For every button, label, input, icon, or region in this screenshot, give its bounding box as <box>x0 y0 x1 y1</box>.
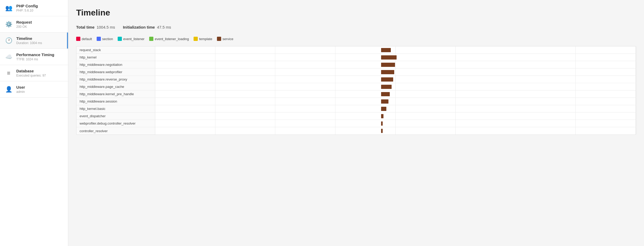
timeline-icon: 🕐 <box>5 37 13 44</box>
timeline-bar-area <box>155 120 636 127</box>
sidebar-subtitle-performance: TTFB: 1024 ms <box>16 57 54 61</box>
sidebar: 👥 PHP Config PHP: 5.6.10 ⚙️ Request 200 … <box>0 0 68 246</box>
timeline-bar <box>381 48 391 52</box>
timeline-bar-area <box>155 98 636 105</box>
legend-swatch-section <box>97 37 101 41</box>
legend-label-event_listener_loading: event_listener_loading <box>155 37 189 41</box>
legend-item-template: template <box>194 37 212 41</box>
table-row: controller_resolver <box>76 127 636 135</box>
timeline-bar <box>381 63 395 67</box>
request-icon: ⚙️ <box>5 21 13 28</box>
timeline-row-label: http_middleware.webprofiler <box>76 68 155 76</box>
sidebar-title-php-config: PHP Config <box>16 4 38 8</box>
timeline-bar <box>381 85 392 89</box>
legend-item-default: default <box>76 37 92 41</box>
timeline-row-label: event_dispatcher <box>76 113 155 120</box>
sidebar-item-user[interactable]: 👤 User admin <box>0 81 68 98</box>
timeline-bar <box>381 99 388 104</box>
legend-label-event_listener: event_listener <box>123 37 144 41</box>
sidebar-subtitle-user: admin <box>16 90 25 94</box>
timeline-bar <box>381 92 390 96</box>
sidebar-subtitle-php-config: PHP: 5.6.10 <box>16 9 38 12</box>
user-icon: 👤 <box>5 86 13 93</box>
legend-label-template: template <box>199 37 212 41</box>
sidebar-subtitle-database: Executed queries: 97 <box>16 74 46 77</box>
legend-swatch-default <box>76 37 80 41</box>
timeline-row-label: request_stack <box>76 46 155 54</box>
timeline-row-label: http_middleware.negotiation <box>76 61 155 68</box>
legend: default section event_listener event_lis… <box>76 37 636 41</box>
legend-item-event_listener: event_listener <box>118 37 144 41</box>
timeline-bar-area <box>155 46 636 54</box>
table-row: http_kernel.basic <box>76 105 636 113</box>
table-row: http_middleware.page_cache <box>76 83 636 90</box>
timeline-bar-area <box>155 68 636 76</box>
legend-swatch-service <box>217 37 221 41</box>
timeline-bar-area <box>155 54 636 61</box>
table-row: event_dispatcher <box>76 113 636 120</box>
sidebar-title-timeline: Timeline <box>16 36 42 41</box>
sidebar-title-database: Database <box>16 69 46 73</box>
table-row: http_middleware.kernel_pre_handle <box>76 90 636 98</box>
timeline-bar-area <box>155 83 636 90</box>
page-title: Timeline <box>76 8 636 18</box>
table-row: http_kernel <box>76 54 636 61</box>
timeline-bar-area <box>155 105 636 112</box>
timeline-row-label: webprofiler.debug.controller_resolver <box>76 120 155 127</box>
timeline-bar <box>381 77 393 82</box>
timeline-row-label: controller_resolver <box>76 127 155 135</box>
sidebar-item-database[interactable]: ≡ Database Executed queries: 97 <box>0 65 68 81</box>
sidebar-item-timeline[interactable]: 🕐 Timeline Duration: 1004 ms <box>0 33 68 49</box>
legend-label-default: default <box>82 37 92 41</box>
timeline-bar <box>381 70 394 74</box>
timeline-container: request_stackhttp_kernelhttp_middleware.… <box>76 46 636 135</box>
sidebar-title-performance: Performance Timing <box>16 52 54 57</box>
stats-row: Total time 1004.5 ms Initialization time… <box>76 25 636 29</box>
legend-item-service: service <box>217 37 233 41</box>
timeline-row-label: http_middleware.kernel_pre_handle <box>76 90 155 98</box>
timeline-row-label: http_kernel <box>76 54 155 61</box>
table-row: http_middleware.session <box>76 98 636 105</box>
sidebar-item-performance[interactable]: ☁️ Performance Timing TTFB: 1024 ms <box>0 49 68 65</box>
table-row: http_middleware.negotiation <box>76 61 636 68</box>
timeline-bar-area <box>155 76 636 83</box>
legend-swatch-event_listener <box>118 37 122 41</box>
sidebar-subtitle-request: 200 OK <box>16 25 32 29</box>
timeline-bar <box>381 55 397 60</box>
sidebar-title-request: Request <box>16 20 32 24</box>
table-row: http_middleware.reverse_proxy <box>76 76 636 83</box>
timeline-bar-area <box>155 127 636 135</box>
timeline-bar-area <box>155 90 636 98</box>
legend-label-service: service <box>222 37 233 41</box>
timeline-bar-area <box>155 61 636 68</box>
table-row: http_middleware.webprofiler <box>76 68 636 76</box>
timeline-bar-area <box>155 113 636 120</box>
total-time-stat: Total time 1004.5 ms <box>76 25 115 29</box>
main-content: Timeline Total time 1004.5 ms Initializa… <box>68 0 644 246</box>
sidebar-item-php-config[interactable]: 👥 PHP Config PHP: 5.6.10 <box>0 0 68 16</box>
table-row: webprofiler.debug.controller_resolver <box>76 120 636 127</box>
legend-item-event_listener_loading: event_listener_loading <box>149 37 189 41</box>
timeline-bar <box>381 121 382 126</box>
table-row: request_stack <box>76 46 636 54</box>
php-config-icon: 👥 <box>5 5 13 12</box>
timeline-bar <box>381 129 382 133</box>
timeline-row-label: http_middleware.page_cache <box>76 83 155 90</box>
legend-swatch-template <box>194 37 198 41</box>
legend-swatch-event_listener_loading <box>149 37 153 41</box>
sidebar-title-user: User <box>16 85 25 89</box>
timeline-row-label: http_kernel.basic <box>76 105 155 112</box>
timeline-row-label: http_middleware.session <box>76 98 155 105</box>
sidebar-subtitle-timeline: Duration: 1004 ms <box>16 41 42 45</box>
legend-label-section: section <box>102 37 113 41</box>
timeline-row-label: http_middleware.reverse_proxy <box>76 76 155 83</box>
timeline-bar <box>381 114 383 118</box>
performance-icon: ☁️ <box>5 54 13 60</box>
sidebar-item-request[interactable]: ⚙️ Request 200 OK <box>0 16 68 33</box>
database-icon: ≡ <box>5 70 13 77</box>
timeline-bar <box>381 107 386 111</box>
init-time-stat: Initialization time 47.5 ms <box>123 25 171 29</box>
legend-item-section: section <box>97 37 113 41</box>
